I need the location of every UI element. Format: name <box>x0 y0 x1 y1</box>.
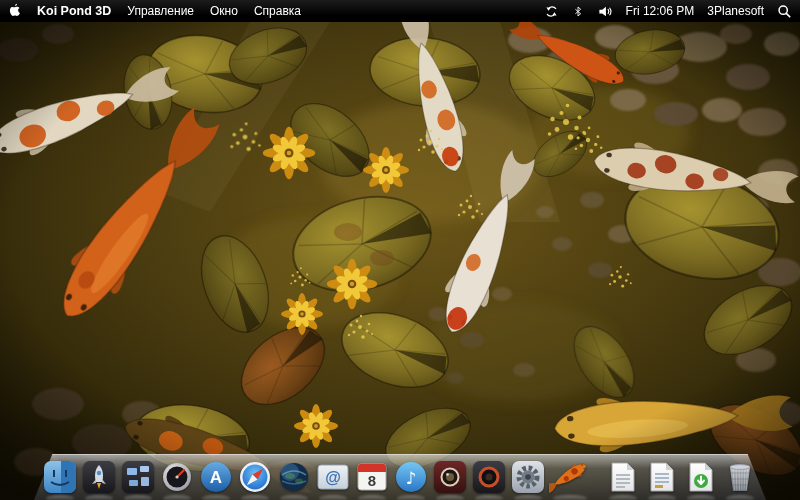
dock-item-safari[interactable] <box>237 459 273 495</box>
mail-stamp-icon: @ <box>315 459 351 495</box>
rocket-icon <box>81 459 117 495</box>
menu-clock[interactable]: Fri 12:06 PM <box>626 4 695 18</box>
document-icon <box>644 459 680 495</box>
dock-item-itunes[interactable]: ♪ <box>393 459 429 495</box>
dock-item-network-globe[interactable] <box>276 459 312 495</box>
dock-item-mail[interactable]: @ <box>315 459 351 495</box>
dock-item-system-preferences[interactable] <box>510 459 546 495</box>
vendor-menu-item[interactable]: 3Planesoft <box>707 4 764 18</box>
app-store-icon: A <box>198 459 234 495</box>
calendar-icon: 8 <box>354 459 390 495</box>
bluetooth-icon[interactable] <box>572 4 584 19</box>
apple-menu-icon[interactable] <box>8 3 21 19</box>
dock-item-koi-pond-3d[interactable] <box>549 453 591 495</box>
svg-text:@: @ <box>325 469 341 486</box>
itunes-note-icon: ♪ <box>393 459 429 495</box>
dock-item-document-1[interactable] <box>605 459 641 495</box>
macos-desktop: Koi Pond 3D Управление Окно Справка <box>0 0 800 500</box>
menu-bar: Koi Pond 3D Управление Окно Справка <box>0 0 800 22</box>
dock-item-dashboard[interactable] <box>159 459 195 495</box>
photos-lens-icon <box>471 459 507 495</box>
dock-item-document-2[interactable] <box>644 459 680 495</box>
dock-item-photos[interactable] <box>471 459 507 495</box>
menu-item-window[interactable]: Окно <box>210 4 238 18</box>
volume-icon[interactable] <box>597 4 613 19</box>
svg-text:8: 8 <box>368 472 376 489</box>
dock-item-installer[interactable] <box>683 459 719 495</box>
menu-item-help[interactable]: Справка <box>254 4 301 18</box>
svg-text:♪: ♪ <box>406 468 417 488</box>
dock-item-finder[interactable] <box>42 459 78 495</box>
dock-item-photo-booth[interactable] <box>432 459 468 495</box>
globe-icon <box>276 459 312 495</box>
dock-item-trash[interactable] <box>722 459 758 495</box>
trash-icon <box>722 459 758 495</box>
dock: A <box>34 448 766 500</box>
photo-booth-icon <box>432 459 468 495</box>
safari-compass-icon <box>237 459 273 495</box>
dock-item-calendar[interactable]: 8 <box>354 459 390 495</box>
dock-item-mission-control[interactable] <box>120 459 156 495</box>
koi-app-icon <box>549 453 591 495</box>
dock-item-app-store[interactable]: A <box>198 459 234 495</box>
gear-icon <box>510 459 546 495</box>
document-icon <box>605 459 641 495</box>
pond-scene <box>0 22 800 500</box>
spotlight-search-icon[interactable] <box>777 4 792 19</box>
menu-item-control[interactable]: Управление <box>127 4 194 18</box>
mission-control-icon <box>120 459 156 495</box>
finder-icon <box>42 459 78 495</box>
dashboard-gauge-icon <box>159 459 195 495</box>
desktop-wallpaper <box>0 22 800 500</box>
app-menu-title[interactable]: Koi Pond 3D <box>37 4 111 18</box>
dock-item-launchpad[interactable] <box>81 459 117 495</box>
svg-text:A: A <box>210 468 222 487</box>
sync-icon[interactable] <box>544 4 559 19</box>
vignette-overlay <box>0 22 800 500</box>
installer-icon <box>683 459 719 495</box>
